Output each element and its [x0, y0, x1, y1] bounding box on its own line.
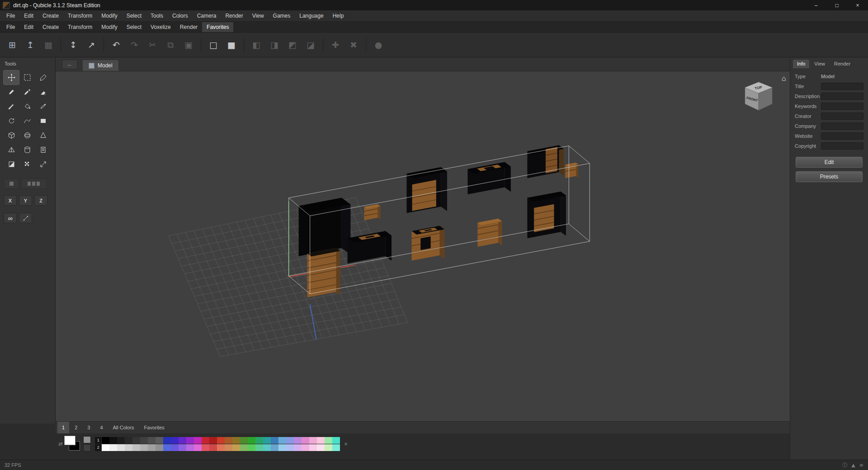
favbar-edit[interactable]: Edit [19, 22, 38, 32]
color-swatch[interactable] [332, 437, 340, 444]
color-swatch[interactable] [248, 437, 255, 444]
color-swatch[interactable] [217, 444, 225, 451]
info-icon[interactable]: ⓘ [842, 462, 847, 469]
color-swatch[interactable] [225, 437, 232, 444]
color-swatch[interactable] [294, 437, 302, 444]
color-swatch[interactable] [217, 437, 225, 444]
color-swatch[interactable] [302, 444, 309, 451]
favbar-file[interactable]: File [2, 22, 19, 32]
favbar-transform[interactable]: Transform [63, 22, 97, 32]
color-swatch[interactable] [209, 444, 217, 451]
color-swatch[interactable] [102, 444, 109, 451]
favbar-voxelize[interactable]: Voxelize [146, 22, 175, 32]
color-swatch[interactable] [109, 444, 117, 451]
notes-tool-button[interactable] [35, 143, 51, 157]
field-input-creator[interactable] [821, 113, 863, 120]
home-icon[interactable]: ⌂ [782, 75, 786, 82]
favbar-render[interactable]: Render [175, 22, 202, 32]
menu-tools[interactable]: Tools [146, 11, 168, 21]
field-input-description[interactable] [821, 93, 863, 100]
color-swatch[interactable] [132, 444, 140, 451]
box-tool-button[interactable] [4, 128, 19, 142]
undo-button[interactable]: ↶ [108, 36, 125, 53]
color-swatch[interactable] [317, 437, 325, 444]
curve-tool-button[interactable] [19, 114, 35, 128]
color-swatch[interactable] [194, 437, 202, 444]
eraser-tool-button[interactable] [35, 85, 51, 99]
back-button[interactable]: ← [62, 60, 77, 69]
brush-tool-button[interactable] [4, 99, 19, 113]
voxel-scene[interactable] [56, 71, 790, 421]
color-swatch[interactable] [309, 444, 317, 451]
pencil-tool-button[interactable] [4, 85, 19, 99]
wireframe-view-button[interactable]: □ [205, 36, 222, 53]
menu-view[interactable]: View [248, 11, 269, 21]
palette-tab-1[interactable]: 1 [57, 422, 69, 433]
sphere-tool-button[interactable] [19, 128, 35, 142]
foreground-color-chip[interactable] [64, 436, 75, 445]
cone-tool-button[interactable] [35, 128, 51, 142]
viewport[interactable]: ⌂ TOP FRONT [56, 71, 790, 421]
color-swatch[interactable] [278, 437, 286, 444]
color-swatch[interactable] [156, 444, 163, 451]
color-swatch[interactable] [125, 437, 132, 444]
scale-tool-button[interactable] [35, 157, 51, 171]
color-swatch[interactable] [156, 437, 163, 444]
maximize-button[interactable]: □ [826, 0, 847, 10]
color-swatch[interactable] [171, 444, 179, 451]
y-mirror-button[interactable]: Y [19, 195, 32, 206]
panel-tab-info[interactable]: Info [793, 60, 809, 68]
color-swatch[interactable] [209, 437, 217, 444]
minimize-button[interactable]: – [806, 0, 826, 10]
orientation-cube[interactable]: TOP FRONT [739, 79, 778, 118]
panel-tab-view[interactable]: View [810, 60, 829, 68]
dropper-tool-button[interactable] [35, 99, 51, 113]
fill-tool-button[interactable] [19, 99, 35, 113]
menu-colors[interactable]: Colors [168, 11, 193, 21]
mask-tool-button[interactable] [4, 157, 19, 171]
color-swatch[interactable] [232, 437, 240, 444]
field-input-copyright[interactable] [821, 142, 863, 150]
color-swatch[interactable] [325, 437, 332, 444]
pattern-tool-button[interactable] [19, 157, 35, 171]
menu-transform[interactable]: Transform [63, 11, 97, 21]
color-swatch[interactable] [248, 444, 255, 451]
color-swatch[interactable] [202, 437, 209, 444]
favbar-select[interactable]: Select [122, 22, 146, 32]
color-swatch[interactable] [232, 444, 240, 451]
menu-select[interactable]: Select [122, 11, 146, 21]
color-swatch[interactable] [286, 437, 294, 444]
menu-create[interactable]: Create [38, 11, 63, 21]
cylinder-tool-button[interactable] [19, 143, 35, 157]
color-swatch[interactable] [325, 444, 332, 451]
menu-games[interactable]: Games [269, 11, 295, 21]
color-swatch[interactable] [125, 444, 132, 451]
color-swatch[interactable] [163, 437, 171, 444]
color-swatch[interactable] [117, 444, 125, 451]
pencil-add-tool-button[interactable] [19, 85, 35, 99]
favbar-modify[interactable]: Modify [97, 22, 122, 32]
color-swatch[interactable] [179, 437, 186, 444]
color-swatch[interactable] [225, 444, 232, 451]
menu-language[interactable]: Language [295, 11, 328, 21]
resize-matrix-button[interactable]: ↕ [65, 36, 82, 53]
field-input-keywords[interactable] [821, 103, 863, 110]
palette-tab-all-colors[interactable]: All Colors [108, 422, 139, 433]
menu-render[interactable]: Render [221, 11, 247, 21]
color-swatch[interactable] [186, 437, 194, 444]
color-swatch[interactable] [240, 444, 248, 451]
menu-edit[interactable]: Edit [19, 11, 38, 21]
view-quad-button[interactable] [21, 179, 47, 189]
add-matrix-button[interactable]: ⊞ [4, 36, 21, 53]
color-swatch[interactable] [171, 437, 179, 444]
color-swatch[interactable] [240, 437, 248, 444]
color-swatch[interactable] [317, 444, 325, 451]
import-button[interactable]: ↥ [22, 36, 39, 53]
color-swatch[interactable] [255, 444, 263, 451]
color-swatch[interactable] [302, 437, 309, 444]
palette-close-icon[interactable]: × [344, 441, 348, 447]
presets-button[interactable]: Presets [796, 171, 863, 182]
warning-icon[interactable]: ▲ [851, 462, 855, 468]
color-swatch[interactable] [117, 437, 125, 444]
color-swatch[interactable] [109, 437, 117, 444]
